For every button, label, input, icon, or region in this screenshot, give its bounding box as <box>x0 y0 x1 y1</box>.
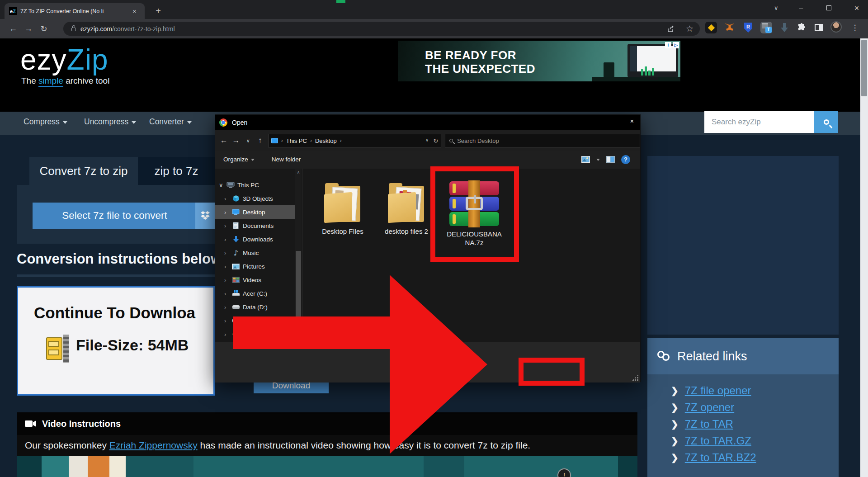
window-maximize-button[interactable] <box>818 0 839 16</box>
site-logo[interactable]: ezyZip <box>20 43 108 76</box>
tree-item-pictures[interactable]: › Pictures <box>215 260 295 273</box>
file-item-desktop-files-2[interactable]: desktop files 2 <box>383 181 430 236</box>
nav-item-converter[interactable]: Converter <box>149 117 192 127</box>
breadcrumb-desktop[interactable]: Desktop <box>315 137 337 144</box>
lock-icon <box>71 28 76 31</box>
tree-item-nvme-e[interactable]: › NVME (E:) <box>215 314 295 327</box>
page-scrollbar-thumb[interactable] <box>861 40 867 96</box>
dialog-back-icon[interactable]: ← <box>218 136 230 145</box>
ad-choices-badge[interactable]: ▷ <box>673 42 679 48</box>
tree-item-documents[interactable]: › Documents <box>215 219 295 232</box>
extension-downloader-icon[interactable] <box>778 22 790 33</box>
tree-item-videos[interactable]: › Videos <box>215 273 295 287</box>
related-link-7z-to-tar[interactable]: ❯7Z to TAR <box>671 418 733 430</box>
organize-button[interactable]: Organize <box>223 156 248 163</box>
chevron-down-icon <box>132 121 136 124</box>
tree-item-music[interactable]: › ♪ Music <box>215 246 295 260</box>
browser-tab[interactable]: eZ 7Z To ZIP Converter Online (No li × <box>5 3 145 19</box>
tab-title: 7Z To ZIP Converter Online (No li <box>20 8 129 14</box>
video-info-icon[interactable]: ! <box>557 468 571 477</box>
file-item-deliciousbanana-7z[interactable]: DELICIOUSBANANA.7z <box>445 180 504 247</box>
tree-item-downloads[interactable]: › Downloads <box>215 232 295 246</box>
tab-close-icon[interactable]: × <box>132 7 137 15</box>
share-icon[interactable] <box>667 25 675 33</box>
related-link-7z-file-opener[interactable]: ❯7Z file opener <box>671 384 751 397</box>
bookmark-star-icon[interactable]: ☆ <box>686 24 693 34</box>
video-thumbnail[interactable]: ! <box>17 456 637 477</box>
tree-item-this-pc[interactable]: ∨ This PC <box>215 178 295 192</box>
nav-item-uncompress[interactable]: Uncompress <box>84 117 136 127</box>
url-host: ezyzip.com <box>80 25 112 33</box>
scroll-up-icon[interactable]: ∧ <box>295 170 302 175</box>
zip-archive-icon <box>46 335 70 363</box>
site-search-button[interactable] <box>814 111 838 133</box>
ad-monitor-stand <box>647 77 658 80</box>
refresh-icon[interactable]: ↻ <box>433 137 438 144</box>
window-minimize-button[interactable]: – <box>791 0 811 16</box>
spokesmonkey-link[interactable]: Ezriah Zippernowsky <box>109 440 198 450</box>
tree-scrollbar[interactable]: ∧ ∨ <box>295 169 302 342</box>
green-indicator <box>336 0 345 3</box>
tagline-simple-link[interactable]: simple <box>38 76 63 87</box>
page-scrollbar[interactable] <box>860 38 868 477</box>
window-close-button[interactable]: × <box>846 0 867 16</box>
file-item-desktop-files[interactable]: Desktop FIles <box>319 181 366 236</box>
chevron-right-icon: ❯ <box>671 452 679 463</box>
nav-item-compress[interactable]: Compress <box>24 117 67 127</box>
extension-binance-icon[interactable] <box>705 22 717 33</box>
ad-banner[interactable]: BE READY FOR THE UNEXPECTED i ▷ <box>398 41 680 81</box>
tab-convert-7z-to-zip[interactable]: Convert 7z to zip <box>29 157 138 185</box>
extension-notes-icon[interactable]: T <box>760 22 772 33</box>
address-dropdown-icon[interactable]: ∨ <box>425 137 429 144</box>
download-card: Continue To Downloa File-Size: 54MB <box>17 286 215 396</box>
folder-rar-icon <box>387 181 426 225</box>
new-tab-button[interactable]: + <box>152 5 164 17</box>
dialog-search-input[interactable]: Search Desktop <box>445 134 640 147</box>
breadcrumb-this-pc[interactable]: This PC <box>286 137 307 144</box>
resize-grip[interactable] <box>632 374 638 381</box>
select-file-button[interactable]: Select 7z file to convert <box>33 203 215 229</box>
dialog-forward-icon[interactable]: → <box>230 136 242 145</box>
help-icon[interactable]: ? <box>621 155 630 164</box>
scroll-down-icon[interactable]: ∨ <box>295 336 302 340</box>
open-file-dialog: Open × ← → ∨ ↑ › This PC › Desktop › ∨ ↻ <box>215 114 641 382</box>
side-panel-icon[interactable] <box>813 22 825 33</box>
new-folder-button[interactable]: New folder <box>272 156 301 163</box>
views-caret-icon[interactable] <box>596 159 600 161</box>
tree-item-cd-drive-f[interactable]: › CD Drive (F:) <box>215 327 295 341</box>
dialog-up-icon[interactable]: ↑ <box>254 136 266 145</box>
dropbox-icon[interactable] <box>195 203 215 229</box>
address-bar[interactable]: ezyzip.com/convert-7z-to-zip.html ☆ <box>63 22 700 36</box>
tree-scrollbar-thumb[interactable] <box>296 251 301 328</box>
dialog-close-icon[interactable]: × <box>630 118 634 125</box>
extension-metamask-icon[interactable] <box>724 22 736 33</box>
dialog-nav-row: ← → ∨ ↑ › This PC › Desktop › ∨ ↻ Search… <box>215 130 640 151</box>
related-link-7z-to-targz[interactable]: ❯7Z to TAR.GZ <box>671 434 751 447</box>
chevron-down-icon <box>187 121 192 124</box>
preview-pane-icon[interactable] <box>606 156 615 163</box>
site-favicon: eZ <box>9 7 17 15</box>
dialog-history-caret-icon[interactable]: ∨ <box>242 138 254 144</box>
extension-ronin-icon[interactable]: R <box>742 22 754 33</box>
reload-icon[interactable]: ↻ <box>36 24 52 34</box>
tree-item-desktop[interactable]: › Desktop <box>215 205 295 219</box>
site-tagline: The simple archive tool <box>21 76 109 86</box>
tree-item-3d-objects[interactable]: › 3D Objects <box>215 192 295 205</box>
browser-tab-strip: eZ 7Z To ZIP Converter Online (No li × +… <box>0 0 868 19</box>
related-link-7z-opener[interactable]: ❯7Z opener <box>671 401 734 414</box>
tab-search-caret-icon[interactable]: ∨ <box>774 5 778 11</box>
site-search-input[interactable]: Search ezyZip <box>704 111 814 133</box>
tree-item-acer-c[interactable]: › Acer (C:) <box>215 287 295 300</box>
tree-item-data-d[interactable]: › Data (D:) <box>215 300 295 314</box>
ad-info-badge[interactable]: i <box>665 42 671 48</box>
browser-menu-dots-icon[interactable]: ⋮ <box>849 22 861 33</box>
tab-zip-to-7z[interactable]: zip to 7z <box>138 157 215 185</box>
forward-icon[interactable]: → <box>21 24 36 33</box>
back-icon[interactable]: ← <box>5 24 21 33</box>
thumbnails-view-icon[interactable] <box>581 156 590 163</box>
dialog-title-bar[interactable]: Open × <box>215 115 640 130</box>
breadcrumb-bar[interactable]: › This PC › Desktop › ∨ ↻ <box>268 134 441 147</box>
profile-avatar[interactable] <box>830 21 842 33</box>
related-link-7z-to-tarbz2[interactable]: ❯7Z to TAR.BZ2 <box>671 451 756 464</box>
extensions-puzzle-icon[interactable] <box>796 22 807 33</box>
